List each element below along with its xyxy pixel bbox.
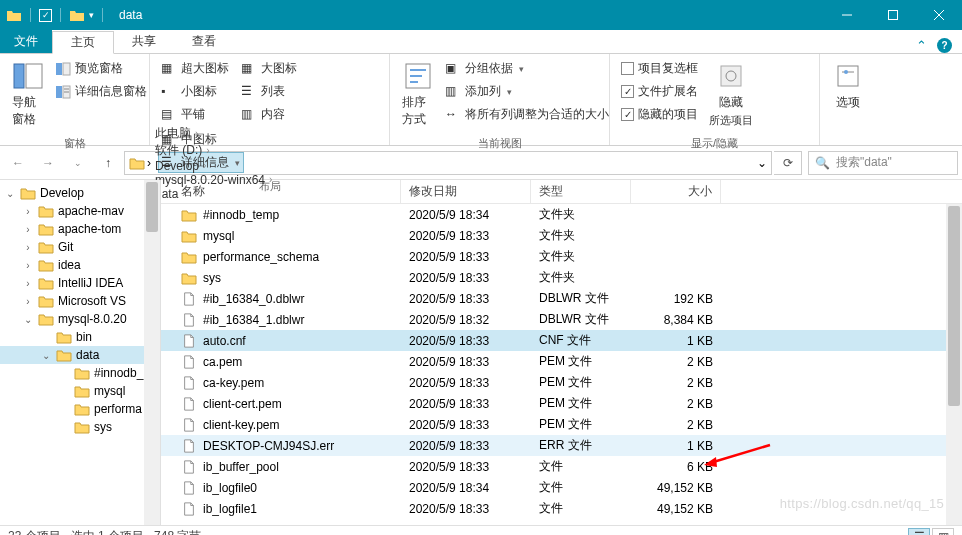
details-pane-button[interactable]: 详细信息窗格 <box>52 81 150 102</box>
recent-dropdown[interactable]: ⌄ <box>64 150 92 176</box>
file-row[interactable]: ib_buffer_pool2020/5/9 18:33文件6 KB <box>161 456 962 477</box>
tree-node[interactable]: ›apache-mav <box>0 202 160 220</box>
file-row[interactable]: DESKTOP-CMJ94SJ.err2020/5/9 18:33ERR 文件1… <box>161 435 962 456</box>
file-row[interactable]: #ib_16384_0.dblwr2020/5/9 18:33DBLWR 文件1… <box>161 288 962 309</box>
l-icons-button[interactable]: ▦大图标 <box>238 58 304 79</box>
expand-icon[interactable]: › <box>22 206 34 217</box>
file-date: 2020/5/9 18:33 <box>401 271 531 285</box>
xl-icons-button[interactable]: ▦超大图标 <box>158 58 234 79</box>
tree-node[interactable]: ›Microsoft VS <box>0 292 160 310</box>
list-button[interactable]: ☰列表 <box>238 81 304 102</box>
collapse-ribbon-icon[interactable]: ⌃ <box>916 38 927 53</box>
tree-node[interactable]: bin <box>0 328 160 346</box>
file-row[interactable]: ib_logfile12020/5/9 18:33文件49,152 KB <box>161 498 962 519</box>
file-icon <box>181 313 197 327</box>
tree-scrollbar[interactable] <box>144 180 160 525</box>
up-button[interactable]: ↑ <box>94 150 122 176</box>
breadcrumb-item[interactable]: 此电脑› <box>153 125 274 142</box>
col-date[interactable]: 修改日期 <box>401 180 531 203</box>
tree-node[interactable]: performa <box>0 400 160 418</box>
breadcrumb-item[interactable]: Develop› <box>153 159 274 173</box>
minimize-button[interactable] <box>824 0 870 30</box>
sort-button[interactable]: 排序方式 <box>398 58 438 130</box>
tree-node[interactable]: ⌄mysql-8.0.20 <box>0 310 160 328</box>
expand-icon[interactable]: › <box>22 260 34 271</box>
tree-node[interactable]: #innodb_ <box>0 364 160 382</box>
expand-icon[interactable]: ⌄ <box>22 314 34 325</box>
search-input[interactable]: 🔍 搜索"data" <box>808 151 958 175</box>
file-name: client-key.pem <box>203 418 279 432</box>
refresh-button[interactable]: ⟳ <box>774 151 802 175</box>
file-row[interactable]: ib_logfile02020/5/9 18:34文件49,152 KB <box>161 477 962 498</box>
tiles-button[interactable]: ▤平铺 <box>158 104 234 125</box>
group-by-button[interactable]: ▣分组依据▾ <box>442 58 612 79</box>
help-icon[interactable]: ? <box>937 38 952 53</box>
file-row[interactable]: performance_schema2020/5/9 18:33文件夹 <box>161 246 962 267</box>
preview-pane-button[interactable]: 预览窗格 <box>52 58 150 79</box>
hide-button[interactable]: 隐藏 所选项目 <box>705 58 757 130</box>
folder-icon <box>38 258 54 272</box>
tree-node[interactable]: ⌄data <box>0 346 160 364</box>
file-row[interactable]: #ib_16384_1.dblwr2020/5/9 18:32DBLWR 文件8… <box>161 309 962 330</box>
col-type[interactable]: 类型 <box>531 180 631 203</box>
maximize-button[interactable] <box>870 0 916 30</box>
content-button[interactable]: ▥内容 <box>238 104 304 125</box>
file-row[interactable]: mysql2020/5/9 18:33文件夹 <box>161 225 962 246</box>
tab-share[interactable]: 共享 <box>114 30 174 53</box>
expand-icon[interactable]: ⌄ <box>40 350 52 361</box>
options-button[interactable]: 选项 <box>828 58 868 124</box>
expand-icon[interactable]: › <box>22 224 34 235</box>
item-checkboxes-toggle[interactable]: 项目复选框 <box>618 58 701 79</box>
tab-view[interactable]: 查看 <box>174 30 234 53</box>
qat-dropdown-icon[interactable]: ▾ <box>89 10 94 20</box>
file-row[interactable]: sys2020/5/9 18:33文件夹 <box>161 267 962 288</box>
expand-icon[interactable]: ⌄ <box>4 188 16 199</box>
file-row[interactable]: auto.cnf2020/5/9 18:33CNF 文件1 KB <box>161 330 962 351</box>
tree-node[interactable]: ›Git <box>0 238 160 256</box>
file-row[interactable]: ca-key.pem2020/5/9 18:33PEM 文件2 KB <box>161 372 962 393</box>
chevron-right-icon[interactable]: › <box>206 145 209 156</box>
col-name[interactable]: 名称 <box>161 180 401 203</box>
nav-pane-button[interactable]: 导航窗格 <box>8 58 48 130</box>
breadcrumb-item[interactable]: 软件 (D:)› <box>153 142 274 159</box>
fit-cols-button[interactable]: ↔将所有列调整为合适的大小 <box>442 104 612 125</box>
file-name: mysql <box>203 229 234 243</box>
file-row[interactable]: ca.pem2020/5/9 18:33PEM 文件2 KB <box>161 351 962 372</box>
chevron-down-icon[interactable]: ⌄ <box>757 156 767 170</box>
file-type: 文件 <box>531 458 631 475</box>
grid-small-icon: ▪ <box>161 84 177 100</box>
tree-node[interactable]: ›apache-tom <box>0 220 160 238</box>
forward-button[interactable]: → <box>34 150 62 176</box>
files-scrollbar[interactable] <box>946 204 962 525</box>
tree-node[interactable]: mysql <box>0 382 160 400</box>
hidden-items-toggle[interactable]: 隐藏的项目 <box>618 104 701 125</box>
view-large-button[interactable]: ▦ <box>932 528 954 536</box>
view-details-button[interactable]: ☰ <box>908 528 930 536</box>
tab-home[interactable]: 主页 <box>52 31 114 54</box>
qat-checkbox-icon[interactable]: ✓ <box>39 9 52 22</box>
expand-icon[interactable]: › <box>22 296 34 307</box>
col-size[interactable]: 大小 <box>631 180 721 203</box>
breadcrumb-bar[interactable]: › 此电脑›软件 (D:)›Develop›mysql-8.0.20-winx6… <box>124 151 772 175</box>
tree-node[interactable]: ›idea <box>0 256 160 274</box>
chevron-right-icon[interactable]: › <box>147 156 151 170</box>
back-button[interactable]: ← <box>4 150 32 176</box>
menu-file[interactable]: 文件 <box>0 29 52 53</box>
s-icons-button[interactable]: ▪小图标 <box>158 81 234 102</box>
expand-icon[interactable]: › <box>22 278 34 289</box>
folder-icon <box>74 366 90 380</box>
tree-node[interactable]: sys <box>0 418 160 436</box>
expand-icon[interactable]: › <box>22 242 34 253</box>
close-button[interactable] <box>916 0 962 30</box>
tree-node[interactable]: ›IntelliJ IDEA <box>0 274 160 292</box>
chevron-right-icon[interactable]: › <box>203 160 206 171</box>
tree-node[interactable]: ⌄Develop <box>0 184 160 202</box>
file-ext-toggle[interactable]: 文件扩展名 <box>618 81 701 102</box>
file-row[interactable]: #innodb_temp2020/5/9 18:34文件夹 <box>161 204 962 225</box>
file-row[interactable]: client-key.pem2020/5/9 18:33PEM 文件2 KB <box>161 414 962 435</box>
add-cols-button[interactable]: ▥添加列▾ <box>442 81 612 102</box>
folder-icon[interactable] <box>69 8 85 22</box>
chevron-right-icon[interactable]: › <box>195 128 198 139</box>
folder-tree[interactable]: ⌄Develop›apache-mav›apache-tom›Git›idea›… <box>0 180 161 525</box>
file-row[interactable]: client-cert.pem2020/5/9 18:33PEM 文件2 KB <box>161 393 962 414</box>
